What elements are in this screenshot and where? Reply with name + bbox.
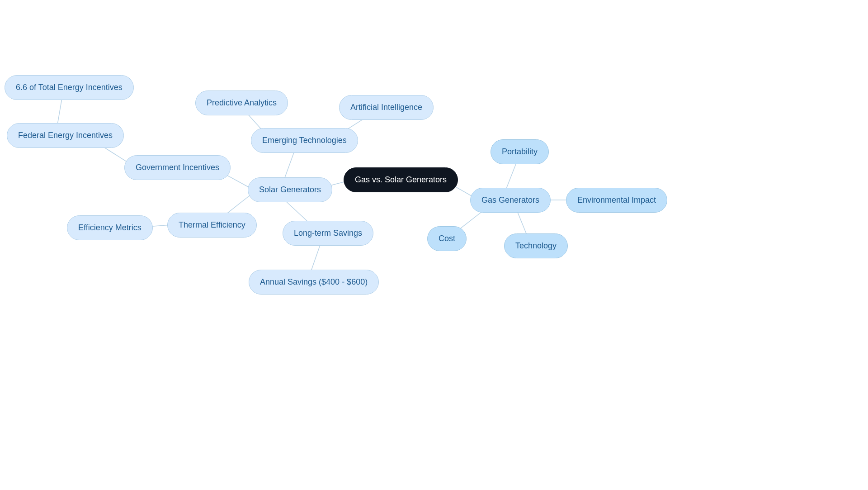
emerging-label: Emerging Technologies — [262, 136, 347, 145]
ai-label: Artificial Intelligence — [350, 103, 422, 112]
efficiency-metrics-node[interactable]: Efficiency Metrics — [67, 215, 153, 240]
federal-label: Federal Energy Incentives — [18, 131, 113, 140]
gas-tech-label: Technology — [515, 241, 557, 251]
annual-label: Annual Savings ($400 - $600) — [260, 277, 368, 287]
gas-cost-label: Cost — [439, 234, 455, 243]
total-incentives-node[interactable]: 6.6 of Total Energy Incentives — [5, 75, 134, 100]
share-label: 6.6 of Total Energy Incentives — [16, 83, 123, 92]
longterm-label: Long-term Savings — [294, 228, 362, 238]
gas-label: Gas Generators — [481, 195, 539, 205]
gov-label: Government Incentives — [136, 163, 219, 172]
predictive-node[interactable]: Predictive Analytics — [195, 90, 288, 115]
mindmap-diagram: Gas vs. Solar Generators Gas Generators … — [0, 0, 868, 490]
root-node[interactable]: Gas vs. Solar Generators — [344, 167, 458, 192]
gas-env-node[interactable]: Environmental Impact — [566, 188, 667, 213]
gov-incentives-node[interactable]: Government Incentives — [124, 155, 231, 180]
ai-node[interactable]: Artificial Intelligence — [339, 95, 434, 120]
thermal-efficiency-node[interactable]: Thermal Efficiency — [167, 213, 257, 238]
metrics-label: Efficiency Metrics — [78, 223, 142, 233]
gas-generators-node[interactable]: Gas Generators — [470, 188, 551, 213]
federal-incentives-node[interactable]: Federal Energy Incentives — [7, 123, 124, 148]
gas-cost-node[interactable]: Cost — [427, 226, 467, 251]
root-label: Gas vs. Solar Generators — [355, 175, 447, 185]
gas-portability-node[interactable]: Portability — [491, 139, 549, 164]
gas-tech-node[interactable]: Technology — [504, 233, 568, 258]
longterm-savings-node[interactable]: Long-term Savings — [283, 221, 373, 246]
gas-env-label: Environmental Impact — [577, 195, 656, 205]
annual-savings-node[interactable]: Annual Savings ($400 - $600) — [249, 270, 379, 295]
predictive-label: Predictive Analytics — [207, 98, 277, 108]
solar-generators-node[interactable]: Solar Generators — [248, 177, 332, 202]
gas-portability-label: Portability — [502, 147, 538, 157]
thermal-label: Thermal Efficiency — [179, 220, 245, 230]
solar-label: Solar Generators — [259, 185, 321, 195]
emerging-tech-node[interactable]: Emerging Technologies — [251, 128, 358, 153]
